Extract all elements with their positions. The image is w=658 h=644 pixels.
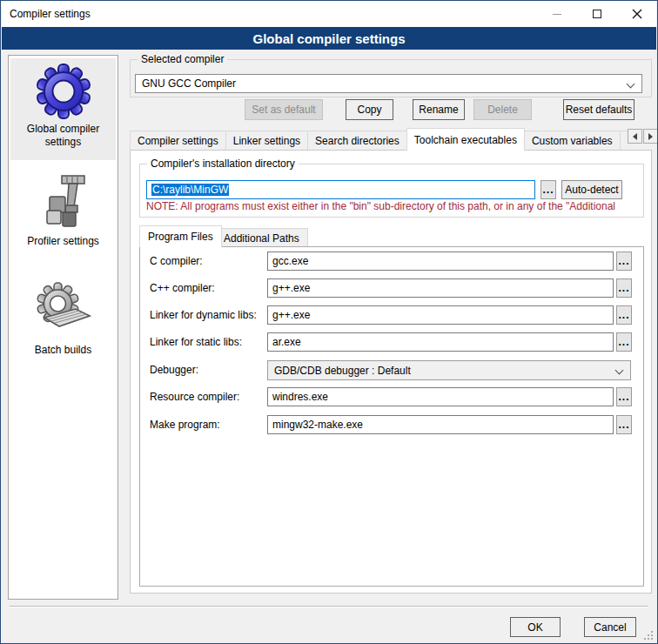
- tab-build-options-truncated[interactable]: Builc: [620, 131, 628, 150]
- sidebar-item-batch-builds[interactable]: Batch builds: [10, 276, 116, 365]
- linker-dynamic-value: g++.exe: [272, 309, 310, 321]
- cpp-compiler-browse-button[interactable]: ...: [616, 278, 632, 298]
- debugger-select-value: GDB/CDB debugger : Default: [274, 365, 411, 377]
- resource-compiler-input[interactable]: windres.exe: [267, 387, 614, 406]
- make-program-label: Make program:: [150, 415, 220, 434]
- window-controls: [537, 1, 657, 27]
- auto-detect-button[interactable]: Auto-detect: [561, 180, 622, 199]
- subtab-additional-paths[interactable]: Additional Paths: [215, 228, 308, 247]
- resource-compiler-browse-button[interactable]: ...: [616, 387, 632, 406]
- cancel-button[interactable]: Cancel: [584, 617, 636, 637]
- installation-directory-group-label: Compiler's installation directory: [147, 158, 299, 170]
- c-compiler-input[interactable]: gcc.exe: [267, 252, 614, 271]
- copy-button[interactable]: Copy: [346, 99, 393, 120]
- cpp-compiler-input[interactable]: g++.exe: [267, 278, 614, 298]
- make-program-input[interactable]: mingw32-make.exe: [267, 415, 614, 434]
- debugger-select[interactable]: GDB/CDB debugger : Default: [267, 360, 631, 380]
- reset-defaults-button[interactable]: Reset defaults: [563, 99, 634, 120]
- set-as-default-button[interactable]: Set as default: [245, 99, 323, 120]
- settings-tab-bar: Compiler settings Linker settings Search…: [130, 128, 628, 151]
- linker-dynamic-browse-button[interactable]: ...: [616, 305, 632, 325]
- toolchain-executables-page: Compiler's installation directory C:\ray…: [130, 150, 652, 594]
- resource-compiler-label: Resource compiler:: [150, 387, 239, 406]
- batch-builds-icon: [36, 281, 91, 340]
- compiler-select[interactable]: GNU GCC Compiler: [135, 74, 642, 93]
- cpp-compiler-label: C++ compiler:: [150, 278, 215, 298]
- make-program-value: mingw32-make.exe: [272, 419, 363, 431]
- c-compiler-value: gcc.exe: [272, 255, 308, 267]
- debugger-label: Debugger:: [150, 360, 198, 379]
- linker-static-value: ar.exe: [272, 336, 301, 348]
- resize-grip-icon[interactable]: [644, 631, 653, 640]
- bin-subdirectory-note: NOTE: All programs must exist either in …: [146, 200, 639, 212]
- blue-gear-icon: [36, 64, 91, 119]
- tab-compiler-settings[interactable]: Compiler settings: [130, 131, 226, 150]
- sidebar-item-global-compiler-settings[interactable]: Global compiler settings: [10, 58, 116, 160]
- linker-dynamic-input[interactable]: g++.exe: [267, 305, 614, 325]
- chevron-down-icon: [615, 366, 624, 375]
- sidebar-item-label: Profiler settings: [10, 233, 116, 253]
- sidebar-item-profiler-settings[interactable]: Profiler settings: [10, 169, 116, 256]
- minimize-button[interactable]: [537, 1, 577, 27]
- footer-divider: [10, 606, 648, 607]
- sidebar-item-label: Batch builds: [10, 342, 116, 362]
- linker-static-browse-button[interactable]: ...: [616, 332, 632, 352]
- ok-button[interactable]: OK: [510, 617, 561, 637]
- maximize-button[interactable]: [577, 1, 617, 27]
- tab-toolchain-executables[interactable]: Toolchain executables: [406, 128, 525, 151]
- resource-compiler-value: windres.exe: [272, 391, 328, 403]
- installation-directory-input[interactable]: C:\raylib\MinGW: [146, 180, 535, 199]
- sidebar-item-label: Global compiler settings: [10, 121, 116, 154]
- subtab-program-files[interactable]: Program Files: [139, 225, 222, 247]
- linker-dynamic-label: Linker for dynamic libs:: [150, 305, 257, 325]
- close-icon: [632, 9, 642, 19]
- tab-scroll-right-button[interactable]: [643, 129, 658, 144]
- installation-directory-value: C:\raylib\MinGW: [151, 184, 229, 196]
- tab-search-directories[interactable]: Search directories: [307, 131, 407, 150]
- window-title: Compiler settings: [10, 8, 91, 20]
- maximize-icon: [593, 10, 601, 18]
- compiler-settings-dialog: Compiler settings Global compiler settin…: [0, 0, 658, 644]
- tab-scroll-left-button[interactable]: [628, 129, 642, 144]
- minimize-icon: [553, 14, 561, 15]
- cpp-compiler-value: g++.exe: [272, 282, 310, 294]
- rename-button[interactable]: Rename: [413, 99, 465, 120]
- linker-static-input[interactable]: ar.exe: [267, 332, 614, 352]
- compiler-select-value: GNU GCC Compiler: [142, 77, 236, 90]
- installation-directory-browse-button[interactable]: ...: [540, 180, 556, 199]
- make-program-browse-button[interactable]: ...: [616, 415, 632, 434]
- selected-compiler-group-label: Selected compiler: [138, 53, 227, 65]
- tab-linker-settings[interactable]: Linker settings: [225, 131, 308, 150]
- tab-custom-variables[interactable]: Custom variables: [524, 131, 621, 150]
- c-compiler-browse-button[interactable]: ...: [616, 252, 632, 271]
- linker-static-label: Linker for static libs:: [150, 332, 242, 352]
- delete-button[interactable]: Delete: [473, 99, 532, 120]
- page-title: Global compiler settings: [2, 27, 656, 50]
- c-compiler-label: C compiler:: [150, 252, 203, 271]
- settings-category-list: Global compiler settings Profiler settin…: [8, 55, 118, 600]
- profiler-caliper-icon: [36, 174, 91, 231]
- close-button[interactable]: [617, 1, 657, 27]
- tab-scroll-right-icon: [648, 133, 653, 140]
- chevron-down-icon: [627, 80, 635, 89]
- tab-scroll-left-icon: [633, 133, 637, 140]
